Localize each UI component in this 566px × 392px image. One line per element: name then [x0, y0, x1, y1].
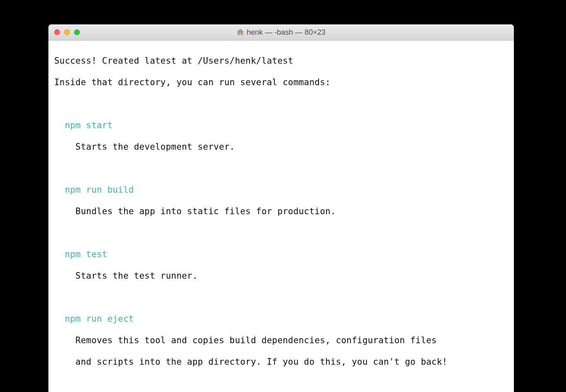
output-command: npm start: [54, 120, 508, 131]
output-line: [54, 98, 508, 109]
output-line: Success! Created latest at /Users/henk/l…: [54, 55, 508, 66]
window-title: henk — -bash — 80×23: [48, 28, 514, 37]
titlebar[interactable]: henk — -bash — 80×23: [48, 24, 514, 41]
zoom-icon[interactable]: [74, 29, 80, 35]
output-line: Starts the development server.: [54, 141, 508, 152]
output-line: [54, 378, 508, 389]
traffic-lights: [48, 29, 80, 35]
close-icon[interactable]: [54, 29, 60, 35]
minimize-icon[interactable]: [64, 29, 70, 35]
home-icon: [237, 29, 244, 36]
output-line: Removes this tool and copies build depen…: [54, 335, 508, 346]
output-line: Inside that directory, you can run sever…: [54, 77, 508, 88]
terminal-window: henk — -bash — 80×23 Success! Created la…: [48, 24, 514, 392]
window-title-text: henk — -bash — 80×23: [247, 28, 326, 37]
output-line: Bundles the app into static files for pr…: [54, 206, 508, 217]
output-line: [54, 292, 508, 303]
output-command: npm run eject: [54, 313, 508, 324]
output-line: and scripts into the app directory. If y…: [54, 356, 508, 367]
output-line: Starts the test runner.: [54, 270, 508, 281]
output-line: [54, 227, 508, 238]
output-command: npm run build: [54, 184, 508, 195]
output-line: [54, 163, 508, 174]
output-command: npm test: [54, 249, 508, 260]
terminal-output[interactable]: Success! Created latest at /Users/henk/l…: [48, 41, 514, 392]
